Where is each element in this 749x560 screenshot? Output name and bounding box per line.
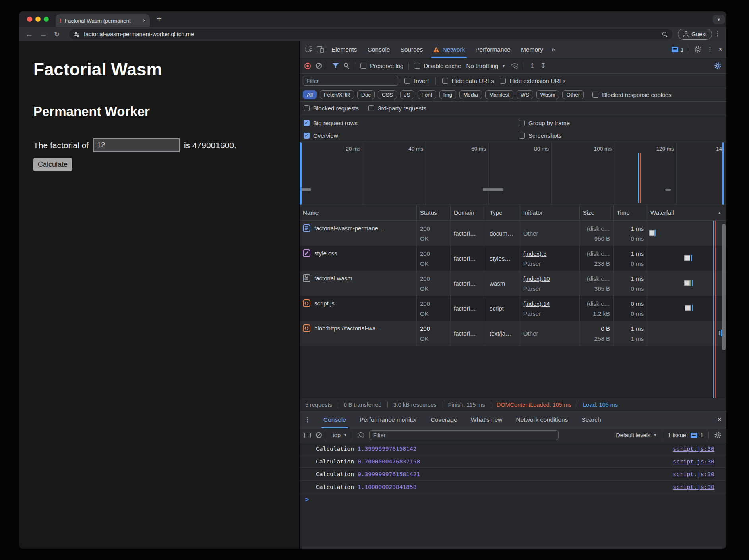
overview-checkbox[interactable]: Overview — [304, 132, 338, 139]
column-header-size[interactable]: Size — [580, 205, 614, 220]
clear-console-button[interactable] — [316, 432, 322, 438]
column-header-domain[interactable]: Domain — [451, 205, 486, 220]
export-har-icon[interactable]: ↧ — [540, 62, 546, 70]
source-link[interactable]: script.js:30 — [673, 446, 714, 452]
filter-chip-js[interactable]: JS — [400, 90, 414, 99]
devtools-menu-icon[interactable]: ⋮ — [707, 46, 713, 53]
live-expression-icon[interactable] — [358, 432, 364, 438]
drawer-tab-performance-monitor[interactable]: Performance monitor — [353, 411, 424, 428]
disable-cache-checkbox[interactable]: Disable cache — [414, 62, 461, 69]
reload-button[interactable]: ↻ — [54, 27, 60, 41]
clear-network-log-button[interactable] — [316, 63, 322, 69]
column-header-type[interactable]: Type — [486, 205, 520, 220]
forward-button[interactable]: → — [40, 27, 47, 41]
filter-chip-css[interactable]: CSS — [378, 90, 397, 99]
network-overview-timeline[interactable]: 20 ms 40 ms 60 ms 80 ms 100 ms 120 ms 14 — [300, 142, 726, 205]
zoom-page-icon[interactable] — [662, 32, 668, 37]
source-link[interactable]: script.js:30 — [673, 484, 714, 490]
tab-elements[interactable]: Elements — [326, 41, 362, 58]
tab-memory[interactable]: Memory — [516, 41, 548, 58]
inspect-element-icon[interactable] — [304, 46, 315, 54]
filter-chip-fetch[interactable]: Fetch/XHR — [320, 90, 354, 99]
drawer-tab-whats-new[interactable]: What's new — [464, 411, 509, 428]
drawer-tab-network-conditions[interactable]: Network conditions — [509, 411, 575, 428]
hide-extension-urls-checkbox[interactable]: Hide extension URLs — [500, 77, 565, 84]
search-network-icon[interactable] — [344, 63, 350, 69]
source-link[interactable]: script.js:30 — [673, 471, 714, 477]
issues-counter[interactable]: 1 — [672, 46, 684, 53]
more-tabs-icon[interactable]: » — [548, 46, 558, 53]
column-header-waterfall[interactable]: Waterfall▲ — [647, 205, 726, 220]
request-row[interactable]: factorial-wasm-permane… 200OK factori… d… — [300, 221, 726, 246]
filter-chip-img[interactable]: Img — [439, 90, 457, 99]
blocked-requests-checkbox[interactable]: Blocked requests — [304, 105, 359, 112]
filter-chip-doc[interactable]: Doc — [357, 90, 375, 99]
column-header-time[interactable]: Time — [614, 205, 647, 220]
preserve-log-checkbox[interactable]: Preserve log — [360, 62, 403, 69]
back-button[interactable]: ← — [25, 27, 33, 41]
column-header-initiator[interactable]: Initiator — [520, 205, 580, 220]
site-info-icon[interactable] — [74, 31, 80, 37]
console-settings-icon[interactable] — [714, 431, 722, 439]
screenshots-checkbox[interactable]: Screenshots — [519, 132, 561, 139]
filter-chip-all[interactable]: All — [303, 90, 317, 99]
drawer-menu-icon[interactable]: ⋮ — [304, 416, 310, 423]
request-row[interactable]: script.js 200OK factori… script (index):… — [300, 296, 726, 321]
tab-sources[interactable]: Sources — [395, 41, 428, 58]
tab-network[interactable]: Network — [428, 41, 470, 58]
browser-tab[interactable]: ! Factorial Wasm (permanent W × — [56, 14, 150, 27]
browser-menu-button[interactable]: ⋮ — [715, 30, 721, 37]
drawer-tab-coverage[interactable]: Coverage — [424, 411, 464, 428]
console-filter-input[interactable] — [369, 430, 559, 440]
tab-performance[interactable]: Performance — [470, 41, 516, 58]
record-network-log-button[interactable] — [304, 63, 311, 69]
throttling-dropdown[interactable]: No throttling▼ — [466, 62, 505, 69]
new-tab-button[interactable]: + — [157, 14, 161, 23]
invert-checkbox[interactable]: Invert — [404, 77, 429, 84]
request-row[interactable]: blob:https://factorial-wa… 200OK factori… — [300, 321, 726, 346]
drawer-tab-console[interactable]: Console — [317, 411, 353, 428]
tab-close-icon[interactable]: × — [143, 17, 146, 24]
device-toolbar-icon[interactable] — [315, 46, 326, 54]
filter-icon[interactable] — [333, 63, 339, 68]
column-header-name[interactable]: Name — [300, 205, 417, 220]
table-scrollbar[interactable] — [722, 224, 726, 350]
devtools-close-icon[interactable]: × — [718, 45, 722, 54]
profile-button[interactable]: Guest — [678, 29, 712, 40]
devtools-settings-icon[interactable] — [694, 46, 702, 53]
factorial-input[interactable] — [93, 138, 180, 152]
network-filter-input[interactable] — [303, 76, 398, 86]
filter-chip-manifest[interactable]: Manifest — [485, 90, 513, 99]
column-header-status[interactable]: Status — [417, 205, 451, 220]
close-window-button[interactable] — [27, 17, 32, 22]
overview-left-handle[interactable] — [300, 142, 302, 205]
zoom-window-button[interactable] — [44, 17, 49, 22]
console-message[interactable]: Calculation 1.399999976158142 script.js:… — [300, 442, 726, 455]
console-message[interactable]: Calculation 1.100000023841858 script.js:… — [300, 481, 726, 493]
console-message[interactable]: Calculation 0.7000000476837158 script.js… — [300, 455, 726, 468]
drawer-tab-search[interactable]: Search — [575, 411, 608, 428]
group-by-frame-checkbox[interactable]: Group by frame — [519, 120, 570, 126]
execution-context-dropdown[interactable]: top▼ — [333, 432, 347, 438]
console-issues-counter[interactable]: 1 Issue: 1 — [668, 432, 703, 438]
drawer-close-icon[interactable]: × — [717, 415, 722, 424]
network-conditions-icon[interactable] — [511, 62, 519, 70]
filter-chip-ws[interactable]: WS — [517, 90, 533, 99]
minimize-window-button[interactable] — [35, 17, 41, 22]
request-row[interactable]: style.css 200OK factori… styles… (index)… — [300, 246, 726, 271]
network-settings-icon[interactable] — [714, 62, 722, 70]
log-levels-dropdown[interactable]: Default levels▼ — [616, 432, 657, 438]
console-prompt[interactable]: > — [300, 493, 726, 505]
filter-chip-other[interactable]: Other — [562, 90, 584, 99]
big-request-rows-checkbox[interactable]: Big request rows — [304, 120, 358, 126]
calculate-button[interactable]: Calculate — [33, 158, 72, 171]
url-bar[interactable]: factorial-wasm-permanent-worker.glitch.m… — [69, 29, 672, 39]
source-link[interactable]: script.js:30 — [673, 458, 714, 465]
blocked-cookies-checkbox[interactable]: Blocked response cookies — [592, 91, 671, 98]
third-party-checkbox[interactable]: 3rd-party requests — [368, 105, 426, 112]
filter-chip-wasm[interactable]: Wasm — [536, 90, 559, 99]
overview-right-handle[interactable] — [722, 142, 724, 205]
console-sidebar-icon[interactable] — [304, 433, 311, 438]
request-row[interactable]: WA factorial.wasm 200OK factori… wasm (i… — [300, 271, 726, 296]
hide-data-urls-checkbox[interactable]: Hide data URLs — [442, 77, 494, 84]
